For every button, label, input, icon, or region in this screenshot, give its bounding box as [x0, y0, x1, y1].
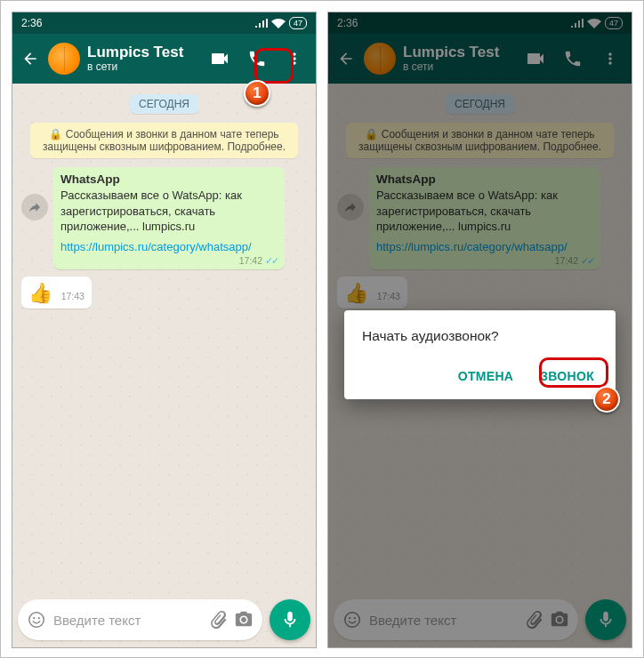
audio-call-dialog: Начать аудиозвонок? ОТМЕНА ЗВОНОК	[344, 310, 616, 399]
signal-icon	[571, 19, 584, 28]
message-input-bar: Введите текст	[18, 599, 310, 640]
svg-point-2	[38, 617, 40, 619]
video-call-button[interactable]	[525, 48, 546, 69]
voice-call-button[interactable]	[246, 48, 268, 69]
attach-icon[interactable]	[209, 610, 229, 630]
contact-status: в сети	[87, 61, 209, 74]
contact-status: в сети	[403, 61, 525, 74]
svg-point-4	[349, 617, 350, 619]
message-bubble-emoji: 👍 17:43	[337, 277, 407, 309]
date-chip: СЕГОДНЯ	[446, 94, 514, 114]
encryption-banner: 🔒 Сообщения и звонки в данном чате тепер…	[346, 123, 614, 158]
wifi-icon	[587, 19, 601, 28]
chat-title-block[interactable]: Lumpics Test в сети	[403, 44, 525, 73]
status-time: 2:36	[21, 17, 255, 29]
video-call-button[interactable]	[209, 48, 230, 69]
voice-record-button	[585, 599, 626, 640]
wifi-icon	[271, 19, 286, 28]
camera-icon	[550, 610, 569, 630]
avatar[interactable]	[364, 43, 396, 75]
contact-name: Lumpics Test	[403, 44, 525, 61]
voice-call-button[interactable]	[562, 48, 584, 69]
forward-icon[interactable]	[21, 194, 48, 221]
status-bar: 2:36 47	[328, 12, 632, 34]
avatar[interactable]	[48, 43, 80, 75]
svg-point-3	[345, 613, 360, 628]
emoji-picker-icon	[342, 610, 362, 630]
read-ticks-icon: ✓✓	[581, 255, 593, 266]
message-bubble-outgoing[interactable]: WhatsApp Рассказываем все о WatsApp: как…	[53, 167, 285, 269]
signal-icon	[255, 19, 268, 28]
input-placeholder: Введите текст	[53, 613, 209, 628]
camera-icon[interactable]	[234, 610, 254, 630]
emoji-picker-icon[interactable]	[27, 610, 46, 630]
attach-icon	[525, 610, 544, 630]
svg-point-1	[33, 617, 35, 619]
voice-record-button[interactable]	[270, 599, 310, 640]
battery-indicator: 47	[605, 17, 623, 29]
more-options-button[interactable]	[600, 48, 621, 69]
message-time: 17:43	[61, 291, 85, 301]
svg-point-0	[29, 613, 44, 628]
message-time: 17:42	[239, 255, 262, 266]
message-input-bar: Введите текст	[334, 599, 626, 640]
dialog-title: Начать аудиозвонок?	[362, 328, 598, 344]
message-bubble-outgoing: WhatsApp Рассказываем все о WatsApp: как…	[369, 167, 600, 269]
message-link-body: Рассказываем все о WatsApp: как зарегист…	[60, 188, 278, 235]
thumbs-up-emoji: 👍	[28, 282, 52, 304]
back-button[interactable]	[335, 50, 357, 68]
chat-header: Lumpics Test в сети	[12, 34, 316, 84]
battery-indicator: 47	[289, 17, 307, 29]
date-chip: СЕГОДНЯ	[130, 94, 198, 114]
phone-screenshot-left: 2:36 47 Lumpics Test в сети	[12, 12, 317, 648]
dialog-confirm-button[interactable]: ЗВОНОК	[536, 364, 598, 389]
back-button[interactable]	[20, 50, 41, 68]
chat-body[interactable]: СЕГОДНЯ 🔒 Сообщения и звонки в данном ча…	[12, 84, 316, 647]
status-time: 2:36	[337, 17, 571, 29]
message-bubble-emoji[interactable]: 👍 17:43	[21, 277, 92, 309]
svg-point-5	[354, 617, 356, 619]
read-ticks-icon: ✓✓	[265, 255, 278, 266]
chat-title-block[interactable]: Lumpics Test в сети	[87, 44, 209, 73]
message-link-url[interactable]: https://lumpics.ru/category/whatsapp/	[60, 240, 278, 253]
dialog-cancel-button[interactable]: ОТМЕНА	[455, 364, 517, 389]
forward-icon	[337, 194, 364, 221]
contact-name: Lumpics Test	[87, 44, 209, 61]
chat-header: Lumpics Test в сети	[328, 34, 632, 84]
phone-screenshot-right: 2:36 47 Lumpics Test в сети СЕГОДНЯ 🔒 Со…	[327, 12, 632, 648]
message-input[interactable]: Введите текст	[18, 599, 262, 640]
message-input: Введите текст	[334, 599, 578, 640]
encryption-banner[interactable]: 🔒 Сообщения и звонки в данном чате тепер…	[30, 123, 298, 158]
status-bar: 2:36 47	[12, 12, 316, 34]
more-options-button[interactable]	[284, 48, 305, 69]
message-link-title: WhatsApp	[60, 173, 278, 186]
